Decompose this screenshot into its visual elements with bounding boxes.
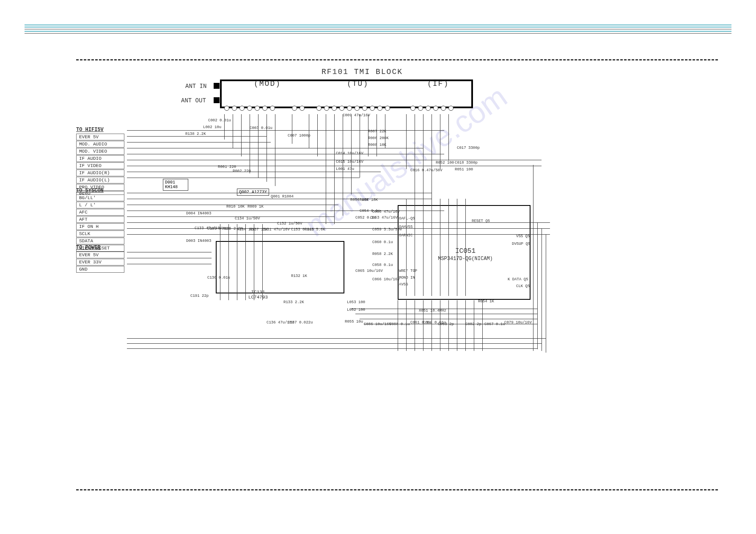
c065-label: C065 10u/16V [355, 269, 383, 273]
if-section-label: (IF) [427, 79, 449, 88]
ant-in-terminal [214, 83, 220, 89]
r009-label: R009 1K [247, 205, 264, 209]
l001-label: L001 47u [336, 167, 354, 171]
r132-label: R132 1K [291, 274, 307, 278]
sig-mod-video: MOD. VIDEO [76, 148, 124, 155]
ic051-pin-vss: VSS Q5 [516, 234, 530, 238]
c131-label: C131 47u/16V [262, 227, 290, 232]
header-decorative-lines [25, 25, 731, 35]
q001-label: Q001 R1004 [271, 194, 294, 199]
hifi5v-header: TO HIFI5V [76, 127, 124, 133]
r001-label: R001 220 [218, 165, 236, 169]
sig-if-audio: IF AUDIO [76, 155, 124, 162]
syscon-header: TO SYSCON [76, 188, 124, 194]
c191-label: C191 22p [190, 294, 209, 298]
tmi-pin-row [224, 106, 465, 114]
c015-label: C015 10u/16V [336, 160, 363, 164]
schematic-diagram: manualshive.com RF101 TMI BLOCK (MOD) (T… [76, 59, 718, 492]
ic051-pin-oahvss: OAHVSS [399, 225, 412, 229]
r133-label: R133 2.2K [283, 300, 304, 304]
ic051-pin-clk: CLK Q5 [516, 284, 530, 288]
ic051-pin-oarnic: OARNIC [399, 233, 412, 238]
top-dash-border [76, 59, 718, 62]
c086-label: C086 10u/16V [364, 322, 391, 326]
r007-label: R007 22K [368, 129, 386, 134]
d003-label: D003 IN4003 [186, 239, 211, 243]
c055-label: C055 47u/16V [372, 210, 400, 214]
r052-label: R052 100 [436, 161, 454, 165]
c058-label: C058 0.1u [372, 263, 393, 267]
sig-afc: AFC [76, 209, 124, 216]
tu-section-label: (TU) [347, 79, 368, 88]
ic051-pin-reset: RESET Q5 [472, 219, 490, 223]
mod-section-label: (MOD) [254, 79, 281, 88]
c059-label: C059 3.3u/50V [372, 227, 402, 232]
bottom-dash-border [76, 489, 718, 492]
r057-label: R057 18K [360, 198, 378, 202]
r008-label: R008 10K [368, 143, 386, 147]
ic051-pin-dvsup: DVSUP Q5 [512, 242, 530, 246]
ic051-pin-oafl: OAFL-Q5 [399, 216, 415, 221]
sig-aft: AFT [76, 216, 124, 223]
d004-label: D004 IN4003 [186, 211, 211, 216]
power-signal-group: TO POWER EVER 5V EVER 33V GND [76, 243, 124, 273]
c066-label: C066 10u/16V [372, 277, 400, 282]
r058-label: R058 2.2K [372, 252, 393, 256]
sig-if-audio-r: IF AUDIO(R) [76, 170, 124, 176]
c017-label: C017 3300p [457, 146, 480, 150]
ic051-pin-avss: AVSS [399, 282, 408, 287]
c088-label: C088 0.1u [389, 322, 410, 326]
c016-label: C016 0.47u/50V [410, 168, 443, 173]
sig-bgll: BG/LL' [76, 194, 124, 201]
ic131-label: IC131LC74793 [245, 290, 271, 300]
ic051-part-label: MSP3417D-QG(NICAM) [410, 256, 520, 262]
sig-ll: L / L' [76, 202, 124, 208]
ant-in-label: ANT IN [185, 83, 206, 90]
r002-label: R002 220 [233, 169, 251, 173]
ic131-block [216, 241, 344, 293]
r054-label: R054 1K [478, 299, 494, 304]
sig-gnd: GND [76, 266, 124, 273]
d001-box: D001 KH148 [163, 179, 188, 191]
c002-label: C002 0.01u [208, 118, 231, 123]
c053-label: C053 47u/16V [370, 216, 398, 220]
ic051-pin-kdata: K DATA Q5 [508, 277, 528, 282]
r010-label: R010 10K [226, 205, 245, 209]
ant-out-label: ANT OUT [181, 97, 206, 104]
x051-label: X051 18.4MHz [419, 309, 446, 313]
l002-label: L002 10u [203, 125, 221, 129]
r051-label: R051 100 [455, 167, 473, 172]
r006-label: R006 200K [368, 136, 389, 140]
ic051-pin-wref: WREF TOP [399, 269, 417, 273]
q002-box: Q002 A1273Y [237, 189, 269, 196]
ic051-label: IC051 [427, 247, 503, 255]
sig-mod-audio: MOD. AUDIO [76, 141, 124, 148]
c003-label: C003 0.01u [250, 126, 272, 130]
sig-ifonh: IF ON H [76, 223, 124, 230]
c009-label: C009 47u/16V [343, 113, 370, 118]
c018-label: C018 3300p [455, 161, 478, 165]
c067-label: C067 0.1u [484, 322, 505, 326]
l053-label: L053 100 [347, 300, 365, 304]
sig-if-video: IF VIDEO [76, 162, 124, 169]
sig-ever5v: EVER 5V [76, 134, 124, 140]
c132-label: C132 1u/50V [277, 222, 302, 226]
l052-label: L052 100 [347, 308, 365, 312]
c134-label: C134 1u/50V [235, 216, 260, 221]
sig-ever33v: EVER 33V [76, 259, 124, 266]
c063-label: C063 2p [438, 322, 454, 326]
c060-label: C060 0.1u [372, 240, 393, 244]
c007-label: C007 1000p [288, 134, 311, 138]
power-header: TO POWER [76, 245, 124, 251]
block-title: RF101 TMI BLOCK [322, 68, 403, 76]
sig-ever5v-pwr: EVER 5V [76, 252, 124, 258]
ic051-pin-monoin: MONO IN [399, 276, 415, 280]
r143-label: R143 5.6K [305, 227, 325, 232]
c130-label: C130 0.01u [207, 276, 230, 280]
ant-out-terminal [214, 97, 220, 103]
r138-label: R138 2.2K [185, 132, 206, 136]
sig-if-audio-l: IF AUDIO(L) [76, 177, 124, 183]
c137-label: C137 0.022u [288, 320, 313, 325]
syscon-signal-group: TO SYSCON BG/LL' L / L' AFC AFT IF ON H … [76, 186, 124, 252]
c082-label: C082 2p [465, 322, 481, 326]
